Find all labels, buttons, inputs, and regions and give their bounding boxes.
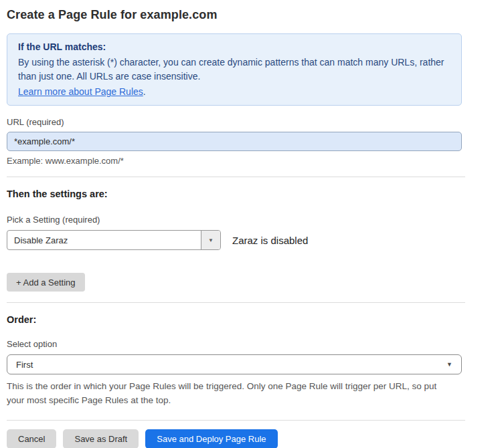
add-setting-button[interactable]: + Add a Setting bbox=[7, 273, 85, 292]
setting-dropdown[interactable]: Disable Zaraz ▼ bbox=[7, 230, 221, 250]
chevron-down-icon: ▼ bbox=[446, 361, 452, 368]
learn-more-link[interactable]: Learn more about Page Rules bbox=[18, 86, 143, 97]
settings-section-heading: Then the settings are: bbox=[7, 189, 462, 199]
setting-dropdown-value: Disable Zaraz bbox=[7, 231, 201, 249]
chevron-down-icon[interactable]: ▼ bbox=[201, 231, 220, 249]
cancel-button[interactable]: Cancel bbox=[7, 429, 56, 448]
info-box-heading: If the URL matches: bbox=[18, 41, 450, 52]
divider bbox=[7, 177, 465, 177]
order-section-heading: Order: bbox=[7, 314, 462, 325]
order-dropdown-value: First bbox=[16, 360, 33, 370]
divider bbox=[7, 302, 465, 303]
page-title: Create a Page Rule for example.com bbox=[7, 8, 462, 22]
order-help-text: This is the order in which your Page Rul… bbox=[7, 379, 456, 407]
save-as-draft-button[interactable]: Save as Draft bbox=[63, 429, 139, 448]
link-period: . bbox=[143, 86, 146, 97]
url-match-info-box: If the URL matches: By using the asteris… bbox=[7, 33, 462, 106]
setting-row: Disable Zaraz ▼ Zaraz is disabled bbox=[7, 230, 462, 250]
save-and-deploy-button[interactable]: Save and Deploy Page Rule bbox=[145, 429, 277, 448]
order-select-label: Select option bbox=[7, 339, 462, 349]
url-input[interactable] bbox=[7, 132, 462, 151]
action-button-row: Cancel Save as Draft Save and Deploy Pag… bbox=[7, 429, 462, 448]
setting-status-text: Zaraz is disabled bbox=[232, 235, 308, 246]
url-example-text: Example: www.example.com/* bbox=[7, 156, 462, 166]
info-box-body: By using the asterisk (*) character, you… bbox=[18, 55, 450, 84]
pick-setting-label: Pick a Setting (required) bbox=[7, 215, 462, 225]
divider bbox=[7, 420, 465, 421]
order-dropdown[interactable]: First ▼ bbox=[7, 354, 462, 374]
url-field-label: URL (required) bbox=[7, 117, 462, 127]
page-rule-form: Create a Page Rule for example.com If th… bbox=[0, 0, 502, 448]
info-box-link-line: Learn more about Page Rules. bbox=[18, 86, 450, 97]
